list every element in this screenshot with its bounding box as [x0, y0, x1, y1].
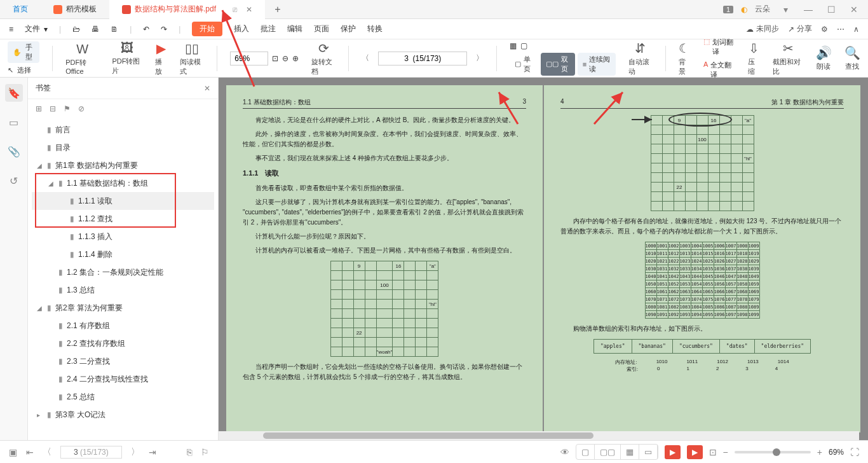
menu-convert[interactable]: 转换 [367, 24, 383, 34]
window-close[interactable]: ✕ [846, 4, 862, 15]
zoom-out-icon[interactable]: ⊖ [282, 54, 288, 63]
tab-document[interactable]: 数据结构与算法图解.pdf⎚✕ [109, 0, 265, 19]
settings-icon[interactable]: ⚙ [821, 25, 828, 34]
tool-wordtrans[interactable]: ⬚划词翻译 [703, 38, 735, 57]
hscrollbar[interactable] [219, 431, 859, 440]
bm-flag-icon[interactable]: ⚑ [64, 104, 71, 113]
page-input[interactable] [378, 52, 467, 66]
bookmark-item[interactable]: ▮1.3 总结 [32, 281, 214, 299]
tool-rotate[interactable]: ⟳旋转文档 [311, 41, 336, 76]
tool-fulltrans[interactable]: A全文翻译 [703, 60, 735, 79]
bookmark-item[interactable]: ▸▮第3章 大O记法 [32, 406, 214, 424]
sb-zoom-val[interactable]: 69% [829, 448, 844, 457]
hscroll-thumb[interactable] [263, 432, 593, 439]
more-icon[interactable]: ⋯ [837, 25, 844, 34]
collapse-icon[interactable]: ∧ [853, 25, 859, 34]
tool-compress[interactable]: ⇩压缩 [748, 41, 760, 76]
avatar-icon[interactable]: ◐ [741, 5, 747, 14]
redo-icon[interactable]: ↷ [161, 25, 167, 34]
side-history[interactable]: ↺ [5, 172, 23, 190]
bookmark-item[interactable]: ▮2.2 查找有序数组 [32, 335, 214, 352]
sb-fit-icon[interactable]: ⊡ [709, 447, 717, 457]
side-thumb[interactable]: ▭ [5, 113, 23, 131]
sb-view-mode[interactable]: ▢▢▢▦▭ [576, 444, 658, 460]
sb-eye-icon[interactable]: 👁 [560, 447, 569, 457]
multipage-icon[interactable]: ▦ [510, 41, 517, 50]
sb-panel-icon[interactable]: ▣ [9, 447, 17, 457]
sb-pager[interactable]: 3 (15/173) [60, 446, 122, 459]
zoom-slider[interactable] [735, 451, 811, 453]
bookmark-item[interactable]: ◢▮1.1 基础数据结构：数组 [32, 174, 214, 192]
zoom-fit[interactable]: ⊡ [272, 54, 278, 63]
cloud-user[interactable]: 云朵 [755, 4, 770, 15]
sb-play1[interactable]: ▶ [665, 445, 681, 459]
bookmark-item[interactable]: ▮1.1.1 读取 [32, 192, 214, 210]
tool-select[interactable]: ↖选择 [8, 66, 39, 75]
menu-comment[interactable]: 批注 [261, 24, 276, 34]
tool-hand[interactable]: ✋手型 [8, 41, 39, 63]
sb-zoomin-icon[interactable]: + [817, 447, 822, 457]
bm-expand-icon[interactable]: ⊞ [36, 104, 42, 113]
bookmark-item[interactable]: ▮1.1.3 插入 [32, 228, 214, 245]
bm-collapse-icon[interactable]: ⊟ [50, 104, 56, 113]
tool-crop[interactable]: ✂截图和对比 [773, 41, 803, 76]
bookmark-item[interactable]: ▮2.1 有序数组 [32, 317, 214, 335]
hamburger-icon[interactable]: ≡ [9, 25, 13, 34]
sb-zoomout-icon[interactable]: − [723, 447, 728, 457]
sb-export-icon[interactable]: ⎘ [187, 447, 192, 457]
bookmark-item[interactable]: ▮2.5 总结 [32, 388, 214, 406]
view-cont[interactable]: ≡连续阅读 [578, 53, 616, 76]
tab-home[interactable]: 首页 [0, 0, 41, 19]
view-double[interactable]: ▢▢双页 [541, 53, 574, 76]
bookmark-item[interactable]: ▮2.3 二分查找 [32, 352, 214, 370]
view-single[interactable]: ▢单页 [510, 53, 538, 76]
window-max[interactable]: ☐ [824, 4, 839, 15]
tool-bg[interactable]: ☾背景 [679, 41, 691, 76]
bookmark-item[interactable]: ◢▮第1章 数据结构为何重要 [32, 156, 214, 174]
sb-next-icon[interactable]: 〉 [131, 446, 140, 458]
bookmark-item[interactable]: ▮1.1.4 删除 [32, 245, 214, 263]
undo-icon[interactable]: ↶ [143, 25, 149, 34]
bookmark-item[interactable]: ▮2.4 二分查找与线性查找 [32, 370, 214, 388]
present-icon[interactable]: ⎚ [233, 5, 237, 14]
share-button[interactable]: ↗分享 [788, 24, 812, 34]
menu-protect[interactable]: 保护 [341, 24, 356, 34]
bookmark-item[interactable]: ▮1.1.2 查找 [32, 210, 214, 228]
notif-badge[interactable]: 1 [723, 6, 733, 13]
menu-page[interactable]: 页面 [314, 24, 329, 34]
slider-knob[interactable] [773, 448, 780, 456]
tab-shell[interactable]: 稻壳模板 [41, 0, 109, 19]
tab-add[interactable]: + [265, 4, 290, 15]
sb-fullscreen-icon[interactable]: ⛶ [850, 447, 859, 457]
nav-next[interactable]: 〉 [476, 53, 484, 64]
bm-del-icon[interactable]: ⊘ [78, 104, 85, 113]
tab-close[interactable]: ✕ [246, 5, 252, 14]
save-icon[interactable]: 🗎 [111, 25, 118, 34]
menu-edit[interactable]: 编辑 [287, 24, 302, 34]
sb-flag-icon[interactable]: ⚐ [201, 447, 209, 457]
zoom-input[interactable] [230, 52, 268, 66]
sb-first-icon[interactable]: ⇤ [26, 447, 34, 457]
menu-file[interactable]: 文件 [25, 24, 40, 34]
bookmark-item[interactable]: ▮1.2 集合：一条规则决定性能 [32, 263, 214, 281]
bookmark-item[interactable]: ▮前言 [32, 121, 214, 139]
panel-close[interactable]: ✕ [204, 84, 210, 93]
zoom-in-icon[interactable]: ⊕ [292, 54, 299, 63]
print-icon[interactable]: 🖶 [92, 25, 99, 34]
menu-start[interactable]: 开始 [192, 22, 222, 36]
nav-prev[interactable]: 〈 [362, 53, 369, 64]
tool-readmode[interactable]: ▯▯阅读模式 [180, 41, 204, 76]
sync-status[interactable]: ☁未同步 [746, 24, 779, 34]
menu-insert[interactable]: 插入 [234, 24, 249, 34]
side-attach[interactable]: 📎 [5, 142, 23, 160]
tool-play[interactable]: ▶播放 [155, 41, 167, 76]
open-icon[interactable]: 🗁 [72, 25, 80, 34]
tool-find[interactable]: 🔍查找 [844, 45, 860, 71]
side-bookmark[interactable]: 🔖 [5, 84, 23, 102]
singlepage-icon[interactable]: ▢ [520, 41, 527, 50]
window-min[interactable]: — [801, 4, 816, 15]
sb-prev-icon[interactable]: 〈 [43, 446, 51, 458]
content-area[interactable]: 1 1.1 基础数据结构：数组3 肯定地说，无论是在什么样的硬件上对比，A 都快… [219, 78, 868, 440]
tool-read[interactable]: 🔊朗读 [816, 45, 832, 71]
tool-pdf2office[interactable]: WPDF转Office [65, 42, 99, 75]
